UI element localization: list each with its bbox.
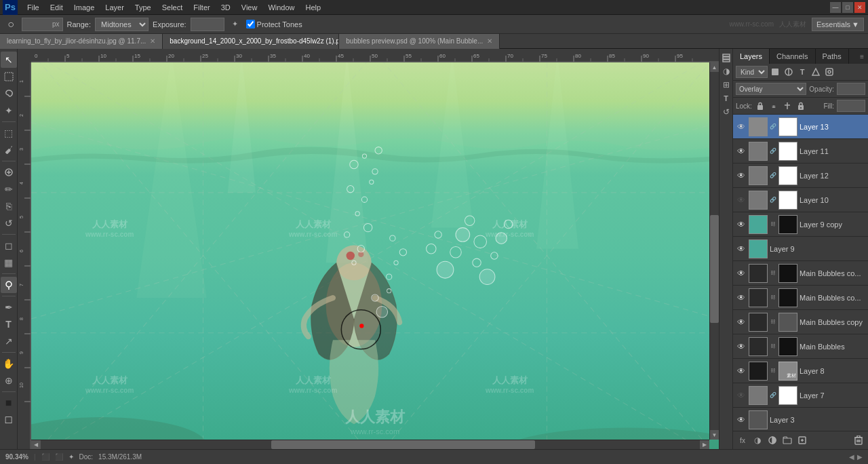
path-select-button[interactable]: ↗ xyxy=(1,333,17,349)
layer-mask-button[interactable]: ◑ xyxy=(751,433,764,447)
fill-input[interactable]: 100% xyxy=(837,100,865,112)
adjustment-filter-btn[interactable] xyxy=(783,66,795,78)
layer-9copy-visibility[interactable]: 👁 xyxy=(736,219,747,230)
paths-tab[interactable]: Paths xyxy=(816,49,849,64)
new-group-button[interactable] xyxy=(781,433,794,447)
exposure-box[interactable]: 17% xyxy=(191,18,224,31)
maximize-button[interactable]: □ xyxy=(842,2,853,13)
menu-view[interactable]: View xyxy=(236,2,263,13)
layer-item-3[interactable]: 👁 Layer 3 xyxy=(733,408,868,431)
panel-icon-history[interactable]: ↺ xyxy=(720,106,732,118)
essentials-dropdown[interactable]: Essentials ▼ xyxy=(812,18,864,31)
menu-window[interactable]: Window xyxy=(262,2,300,13)
hscroll-track[interactable] xyxy=(41,440,700,449)
layer-item-12[interactable]: 👁 🔗 Layer 12 xyxy=(733,163,868,188)
canvas-hscrollbar[interactable]: ◀ ▶ xyxy=(31,440,709,449)
layer-mb-visibility[interactable]: 👁 xyxy=(736,341,747,352)
layer-item-9[interactable]: 👁 Layer 9 xyxy=(733,237,868,261)
clone-stamp-button[interactable]: ⎘ xyxy=(1,198,17,214)
menu-image[interactable]: Image xyxy=(68,2,100,13)
blend-mode-select[interactable]: Overlay xyxy=(736,83,806,95)
layer-item-mb-co2[interactable]: 👁 ⛓ Main Bubbles co... xyxy=(733,286,868,310)
crop-tool-button[interactable]: ⬚ xyxy=(1,125,17,141)
layer-item-13[interactable]: 👁 🔗 Layer 13 xyxy=(733,115,868,139)
canvas-image[interactable]: 人人素材 www.rr-sc.com 人人素材 www.rr-sc.com 人人… xyxy=(31,62,719,449)
marquee-tool-button[interactable] xyxy=(1,69,17,85)
layer-3-visibility[interactable]: 👁 xyxy=(736,414,747,425)
range-select[interactable]: Shadows Midtones Highlights xyxy=(95,18,149,31)
lasso-tool-button[interactable] xyxy=(1,85,17,102)
foreground-color-swatch[interactable]: ■ xyxy=(1,395,17,411)
layer-item-7[interactable]: 👁 🔗 Layer 7 xyxy=(733,383,868,408)
shape-filter-btn[interactable] xyxy=(810,66,822,78)
menu-filter[interactable]: Filter xyxy=(188,2,215,13)
airbrush-icon[interactable]: ✦ xyxy=(229,18,242,31)
tab-2[interactable]: background_14_2000_x_2000_by_frostbo-d45… xyxy=(163,34,339,49)
brush-size-box[interactable]: 100 px xyxy=(22,18,63,31)
menu-edit[interactable]: Edit xyxy=(45,2,68,13)
menu-select[interactable]: Select xyxy=(157,2,189,13)
panel-icon-type[interactable]: T xyxy=(720,92,732,104)
layer-fx-button[interactable]: fx xyxy=(736,433,749,447)
history-brush-button[interactable]: ↺ xyxy=(1,215,17,231)
new-layer-button[interactable] xyxy=(795,433,809,447)
hscroll-left[interactable]: ◀ xyxy=(31,440,41,449)
nav-next[interactable]: ▶ xyxy=(857,453,863,461)
layer-adjustment-button[interactable] xyxy=(766,433,779,447)
lock-position-btn[interactable] xyxy=(782,100,793,111)
opacity-input[interactable]: 100% xyxy=(837,83,865,95)
eraser-button[interactable]: ◻ xyxy=(1,237,17,254)
lock-image-btn[interactable] xyxy=(768,100,779,111)
layer-item-mb-co1[interactable]: 👁 ⛓ Main Bubbles co... xyxy=(733,261,868,286)
hand-tool-button[interactable]: ✋ xyxy=(1,355,17,372)
magic-wand-button[interactable]: ✦ xyxy=(1,102,17,119)
tab-1-close[interactable]: ✕ xyxy=(150,37,155,45)
layer-item-9copy[interactable]: 👁 ⛓ Layer 9 copy xyxy=(733,212,868,237)
layer-11-visibility[interactable]: 👁 xyxy=(736,146,747,157)
delete-layer-button[interactable] xyxy=(852,433,865,447)
healing-brush-button[interactable] xyxy=(1,164,17,180)
vscroll-thumb[interactable] xyxy=(710,215,719,322)
vscroll-track[interactable] xyxy=(710,72,719,430)
menu-type[interactable]: Type xyxy=(130,2,157,13)
layers-tab[interactable]: Layers xyxy=(733,49,770,64)
lock-transparent-btn[interactable] xyxy=(755,100,766,111)
nav-prev[interactable]: ◀ xyxy=(849,453,854,461)
layer-12-visibility[interactable]: 👁 xyxy=(736,170,747,181)
menu-3d[interactable]: 3D xyxy=(216,2,236,13)
panel-collapse-button[interactable]: ≡ xyxy=(856,49,868,64)
panel-icon-style[interactable]: ⊞ xyxy=(720,79,732,91)
dodge-tool-button[interactable] xyxy=(1,277,17,293)
canvas-vscrollbar[interactable]: ▲ ▼ xyxy=(709,62,719,440)
tab-3-close[interactable]: ✕ xyxy=(487,37,492,45)
layer-mbco2-visibility[interactable]: 👁 xyxy=(736,292,747,303)
vscroll-down[interactable]: ▼ xyxy=(710,430,719,440)
minimize-button[interactable]: — xyxy=(830,2,841,13)
protect-tones-group[interactable]: Protect Tones xyxy=(246,20,302,28)
hscroll-right[interactable]: ▶ xyxy=(700,440,709,449)
menu-file[interactable]: File xyxy=(22,2,45,13)
pen-tool-button[interactable]: ✒ xyxy=(1,299,17,315)
vscroll-up[interactable]: ▲ xyxy=(710,62,719,72)
type-filter-btn[interactable]: T xyxy=(796,66,808,78)
lock-all-btn[interactable] xyxy=(795,100,806,111)
brush-size-input[interactable]: 100 xyxy=(25,20,52,28)
hscroll-thumb[interactable] xyxy=(271,440,535,449)
layer-item-10[interactable]: 👁 🔗 Layer 10 xyxy=(733,188,868,212)
menu-help[interactable]: Help xyxy=(300,2,327,13)
close-button[interactable]: ✕ xyxy=(854,2,865,13)
layer-10-visibility[interactable]: 👁 xyxy=(736,195,747,206)
panel-icon-adjust[interactable]: ◑ xyxy=(720,65,732,77)
layer-mbcopy-visibility[interactable]: 👁 xyxy=(736,317,747,328)
layer-mbco1-visibility[interactable]: 👁 xyxy=(736,268,747,279)
tab-1[interactable]: learning_to_fly_by_jlior-désinhzu.jpg @ … xyxy=(0,34,163,49)
layer-item-mb[interactable]: 👁 ⛓ Main Bubbles xyxy=(733,334,868,359)
exposure-input[interactable]: 17% xyxy=(194,20,221,28)
layer-item-mb-copy[interactable]: 👁 ⛓ Main Bubbles copy xyxy=(733,310,868,334)
layer-13-visibility[interactable]: 👁 xyxy=(736,121,747,132)
layer-item-8[interactable]: 👁 ⛓ 素材 Layer 8 xyxy=(733,359,868,383)
smart-filter-btn[interactable] xyxy=(823,66,835,78)
pixel-filter-btn[interactable] xyxy=(769,66,781,78)
kind-filter-select[interactable]: Kind xyxy=(736,66,768,78)
layer-item-11[interactable]: 👁 🔗 Layer 11 xyxy=(733,139,868,163)
